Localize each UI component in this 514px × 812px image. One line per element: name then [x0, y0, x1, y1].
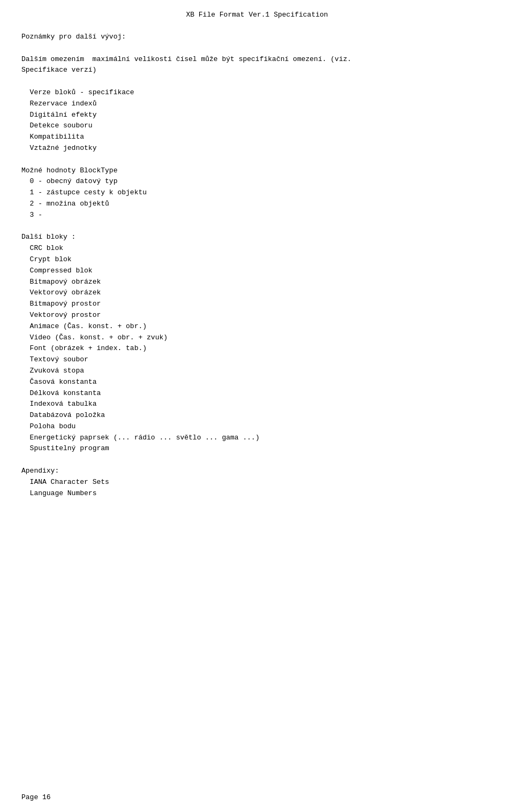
page-footer: Page 16: [21, 793, 51, 801]
main-content: Poznámky pro další vývoj: Dalším omezení…: [21, 32, 493, 499]
page-container: XB File Format Ver.1 Specification Pozná…: [0, 0, 514, 812]
page-number: Page 16: [21, 793, 51, 801]
page-header: XB File Format Ver.1 Specification: [21, 11, 493, 19]
page-title: XB File Format Ver.1 Specification: [186, 11, 328, 19]
